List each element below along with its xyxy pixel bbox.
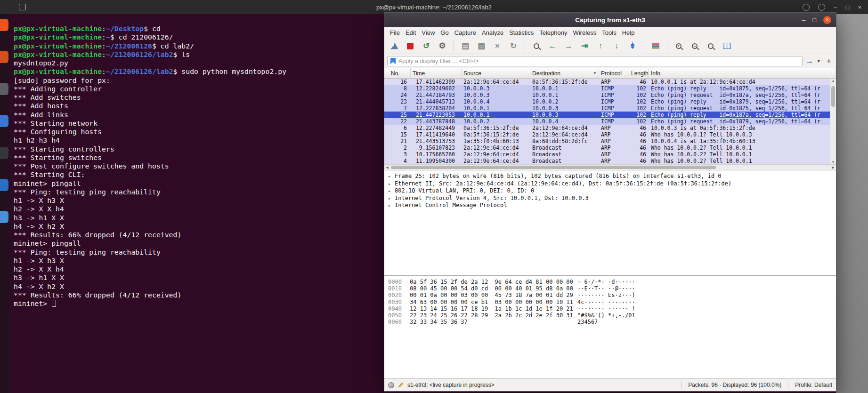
hex-row[interactable]: 005022 23 24 25 26 27 28 29 2a 2b 2c 2d … — [388, 312, 832, 319]
terminal-window-icon[interactable] — [19, 4, 26, 10]
packet-row[interactable]: 2221.44378784810.0.0.210.0.0.4ICMP102Ech… — [384, 118, 836, 125]
resize-columns-icon[interactable] — [720, 40, 734, 52]
window-switcher-icon[interactable] — [818, 4, 825, 11]
column-header-length[interactable]: Length — [629, 68, 649, 78]
firefox-app-icon[interactable] — [0, 51, 8, 63]
zoom-out-icon[interactable]: − — [688, 40, 702, 52]
packet-row[interactable]: 2421.44718479310.0.0.310.0.0.1ICMP102Ech… — [384, 92, 836, 98]
capture-options-icon[interactable]: ⚙ — [435, 40, 449, 52]
menu-file[interactable]: File — [387, 28, 403, 38]
go-to-packet-icon[interactable]: ⇥ — [577, 40, 592, 52]
column-header-no[interactable]: No. — [389, 68, 411, 78]
restart-capture-icon[interactable]: ↺ — [419, 40, 433, 52]
display-filter-field[interactable] — [387, 56, 803, 66]
menu-go[interactable]: Go — [438, 28, 451, 38]
open-file-icon[interactable]: ▤ — [458, 40, 472, 52]
menu-edit[interactable]: Edit — [403, 28, 419, 38]
expert-info-icon[interactable] — [388, 382, 394, 388]
menu-tools[interactable]: Tools — [599, 28, 619, 38]
capture-comment-icon[interactable] — [398, 382, 403, 387]
scroll-up-icon[interactable]: ▲ — [830, 79, 836, 82]
packet-row[interactable]: 612.2274824490a:5f:36:15:2f:de2a:12:9e:6… — [384, 125, 836, 131]
status-profile[interactable]: Profile: Default — [795, 382, 832, 388]
packet-list-horizontal-scrollbar[interactable]: ◀ ▶ — [384, 164, 836, 170]
menu-wireless[interactable]: Wireless — [570, 28, 599, 38]
packet-row[interactable]: 1617.4114623992a:12:9e:64:ce:d40a:5f:36:… — [384, 79, 836, 85]
apply-filter-icon[interactable]: → — [805, 57, 813, 65]
column-header-info[interactable]: Info — [649, 68, 836, 78]
search-icon[interactable] — [803, 4, 810, 11]
packet-row[interactable]: 712.22783820410.0.0.110.0.0.3ICMP102Echo… — [384, 105, 836, 112]
menu-statistics[interactable]: Statistics — [506, 28, 536, 38]
go-forward-icon[interactable]: → — [561, 40, 576, 52]
minimize-button[interactable]: – — [802, 17, 805, 23]
go-first-packet-icon[interactable]: ↑ — [593, 40, 608, 52]
close-button[interactable]: × — [858, 4, 861, 10]
stop-capture-icon[interactable] — [403, 40, 417, 52]
hex-row[interactable]: 001008 00 45 00 00 54 d0 cd 00 00 40 01 … — [388, 285, 832, 292]
hex-row[interactable]: 00000a 5f 36 15 2f de 2a 12 9e 64 ce d4 … — [388, 279, 832, 285]
zoom-in-icon[interactable]: + — [672, 40, 686, 52]
maximize-button[interactable]: □ — [812, 17, 816, 23]
packet-row[interactable]: 812.22824960210.0.0.310.0.0.1ICMP102Echo… — [384, 85, 836, 92]
chrome-app-icon[interactable] — [0, 115, 8, 127]
hex-row[interactable]: 002000 01 0a 00 00 03 00 00 45 73 18 7a … — [388, 292, 832, 298]
colorize-icon[interactable] — [649, 40, 663, 52]
hex-row[interactable]: 006032 33 34 35 36 37234567 — [388, 319, 832, 325]
detail-line[interactable]: ▸Frame 25: 102 bytes on wire (816 bits),… — [388, 173, 832, 180]
packet-row[interactable]: 2321.44404571310.0.0.410.0.0.2ICMP102Ech… — [384, 98, 836, 105]
save-file-icon[interactable]: ▦ — [474, 40, 488, 52]
hex-row[interactable]: 003034 63 00 00 00 00 ce b1 03 00 00 00 … — [388, 299, 832, 305]
terminal-app-icon[interactable] — [0, 147, 8, 159]
restore-button[interactable]: □ — [846, 4, 850, 10]
packet-row[interactable]: 411.1995043002a:12:9e:64:ce:d4BroadcastA… — [384, 158, 836, 164]
menu-help[interactable]: Help — [619, 28, 638, 38]
packet-row[interactable]: 1517.4114196400a:5f:36:15:2f:de2a:12:9e:… — [384, 131, 836, 138]
expander-icon[interactable]: ▸ — [388, 195, 395, 202]
go-back-icon[interactable]: ← — [545, 40, 560, 52]
menu-analyze[interactable]: Analyze — [479, 28, 506, 38]
column-header-destination[interactable]: Destination▼ — [530, 68, 599, 78]
close-file-icon[interactable]: × — [490, 40, 504, 52]
menu-telephony[interactable]: Telephony — [536, 28, 570, 38]
auto-scroll-icon[interactable]: ⇟ — [625, 40, 640, 52]
add-filter-button[interactable]: + — [827, 56, 831, 66]
packet-row[interactable]: –2521.44722305310.0.0.110.0.0.3ICMP102Ec… — [384, 112, 836, 118]
go-last-packet-icon[interactable]: ↓ — [609, 40, 624, 52]
reload-file-icon[interactable]: ↻ — [506, 40, 520, 52]
column-header-source[interactable]: Source — [462, 68, 530, 78]
scroll-right-icon[interactable]: ▶ — [830, 165, 836, 170]
files-app-icon[interactable] — [0, 19, 8, 31]
menu-view[interactable]: View — [419, 28, 438, 38]
expander-icon[interactable]: ▸ — [388, 202, 395, 209]
minimize-button[interactable]: – — [834, 4, 837, 10]
hex-row[interactable]: 004012 13 14 15 16 17 18 19 1a 1b 1c 1d … — [388, 305, 832, 312]
detail-line[interactable]: ▸802.1Q Virtual LAN, PRI: 0, DEI: 0, ID:… — [388, 187, 832, 195]
zoom-reset-icon[interactable] — [704, 40, 718, 52]
expander-icon[interactable]: ▸ — [388, 188, 395, 195]
detail-line[interactable]: ▸Internet Control Message Protocol — [388, 202, 832, 209]
packet-row[interactable]: 2121.4435137531a:35:f0:4b:60:138a:68:dd:… — [384, 138, 836, 144]
column-caret-icon[interactable]: ▼ — [591, 71, 597, 75]
bookmark-icon[interactable] — [390, 58, 396, 64]
detail-line[interactable]: ▸Ethernet II, Src: 2a:12:9e:64:ce:d4 (2a… — [388, 180, 832, 188]
column-header-time[interactable]: Time — [411, 68, 462, 78]
menu-capture[interactable]: Capture — [452, 28, 479, 38]
scroll-left-icon[interactable]: ◀ — [384, 165, 390, 170]
filter-history-caret-icon[interactable]: ▼ — [816, 58, 821, 64]
packet-row[interactable]: 29.1561078232a:12:9e:64:ce:d4BroadcastAR… — [384, 144, 836, 151]
packet-row[interactable]: 310.1756657602a:12:9e:64:ce:d4BroadcastA… — [384, 151, 836, 158]
scroll-down-icon[interactable]: ▼ — [830, 160, 836, 164]
display-filter-input[interactable] — [398, 58, 799, 64]
packet-list-vertical-scrollbar[interactable]: ▲ ▼ — [830, 79, 836, 164]
close-button[interactable]: × — [823, 16, 831, 24]
detail-line[interactable]: ▸Internet Protocol Version 4, Src: 10.0.… — [388, 195, 832, 202]
column-header-protocol[interactable]: Protocol — [599, 68, 629, 78]
app-icon-7[interactable] — [0, 211, 8, 223]
horizontal-scroll-thumb[interactable] — [391, 166, 716, 169]
expander-icon[interactable]: ▸ — [388, 173, 395, 180]
vertical-scroll-thumb[interactable] — [831, 86, 835, 107]
start-capture-icon[interactable] — [387, 40, 401, 52]
find-packet-icon[interactable] — [529, 40, 544, 52]
wireshark-title-bar[interactable]: Capturing from s1-eth3 –□× — [384, 13, 836, 27]
